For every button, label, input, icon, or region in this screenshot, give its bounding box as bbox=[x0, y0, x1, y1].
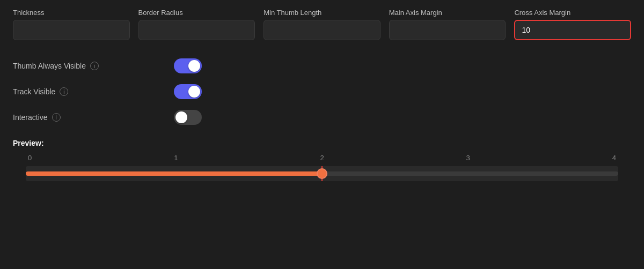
thickness-input[interactable] bbox=[13, 20, 130, 40]
tick-3: 3 bbox=[466, 154, 470, 162]
interactive-info-icon[interactable]: i bbox=[52, 113, 61, 122]
thumb-always-visible-info-icon[interactable]: i bbox=[90, 62, 99, 70]
track-visible-label: Track Visible bbox=[13, 87, 55, 96]
slider-track-area[interactable] bbox=[26, 166, 618, 181]
border-radius-label: Border Radius bbox=[138, 9, 255, 17]
min-thumb-length-input[interactable] bbox=[264, 20, 380, 40]
interactive-label: Interactive bbox=[13, 113, 48, 122]
tick-0: 0 bbox=[28, 154, 32, 162]
cross-axis-margin-label: Cross Axis Margin bbox=[514, 9, 631, 17]
toggle-section: Thumb Always Visible i Track Visible i bbox=[13, 53, 631, 130]
interactive-row: Interactive i bbox=[13, 104, 631, 130]
thumb-always-visible-row: Thumb Always Visible i bbox=[13, 53, 631, 79]
preview-section: Preview: 0 1 2 3 4 bbox=[13, 139, 631, 181]
interactive-thumb bbox=[175, 111, 187, 123]
track-visible-thumb bbox=[188, 86, 200, 98]
border-radius-field-group: Border Radius bbox=[138, 9, 255, 40]
tick-1: 1 bbox=[174, 154, 178, 162]
main-axis-margin-field-group: Main Axis Margin bbox=[389, 9, 506, 40]
border-radius-input[interactable] bbox=[138, 20, 255, 40]
min-thumb-length-field-group: Min Thumb Length bbox=[264, 9, 380, 40]
slider-container: 0 1 2 3 4 bbox=[13, 154, 631, 181]
thickness-label: Thickness bbox=[13, 9, 130, 17]
min-thumb-length-label: Min Thumb Length bbox=[264, 9, 380, 17]
tick-4: 4 bbox=[612, 154, 616, 162]
track-visible-toggle[interactable] bbox=[174, 84, 202, 99]
track-visible-label-area: Track Visible i bbox=[13, 87, 174, 96]
thickness-field-group: Thickness bbox=[13, 9, 130, 40]
thumb-always-visible-label: Thumb Always Visible bbox=[13, 62, 86, 70]
track-visible-info-icon[interactable]: i bbox=[60, 87, 68, 96]
track-visible-track bbox=[174, 84, 202, 99]
track-visible-row: Track Visible i bbox=[13, 79, 631, 104]
cross-axis-margin-input[interactable] bbox=[514, 20, 631, 40]
interactive-track bbox=[174, 110, 202, 125]
thumb-always-visible-thumb bbox=[188, 60, 200, 72]
main-container: Thickness Border Radius Min Thumb Length… bbox=[0, 0, 644, 190]
interactive-label-area: Interactive i bbox=[13, 113, 174, 122]
cross-axis-margin-field-group: Cross Axis Margin bbox=[514, 9, 631, 40]
tick-labels: 0 1 2 3 4 bbox=[26, 154, 618, 162]
main-axis-margin-input[interactable] bbox=[389, 20, 506, 40]
main-axis-margin-label: Main Axis Margin bbox=[389, 9, 506, 17]
interactive-toggle[interactable] bbox=[174, 110, 202, 125]
thumb-always-visible-toggle[interactable] bbox=[174, 58, 202, 73]
fields-row: Thickness Border Radius Min Thumb Length… bbox=[13, 9, 631, 40]
slider-fill bbox=[26, 171, 322, 176]
thumb-always-visible-label-area: Thumb Always Visible i bbox=[13, 62, 174, 70]
tick-2: 2 bbox=[320, 154, 324, 162]
thumb-always-visible-track bbox=[174, 58, 202, 73]
slider-thumb[interactable] bbox=[317, 168, 327, 179]
preview-label: Preview: bbox=[13, 139, 631, 147]
